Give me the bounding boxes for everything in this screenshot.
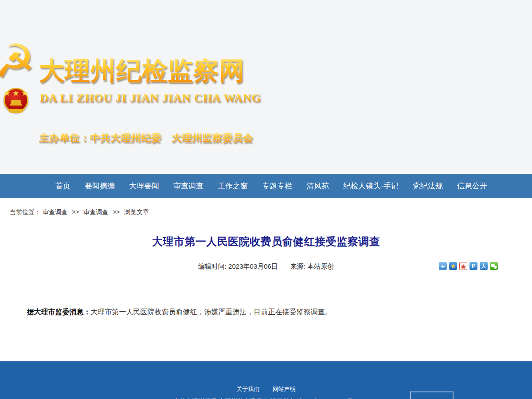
sina-weibo-share-icon[interactable]: ◉ bbox=[459, 262, 467, 270]
nav-item-party-rules[interactable]: 党纪法规 bbox=[413, 174, 443, 198]
party-emblem-icon: ☭ bbox=[0, 38, 35, 84]
pengyou-share-icon[interactable]: P bbox=[469, 262, 477, 270]
breadcrumb-link-level2[interactable]: 审查调查 bbox=[83, 208, 108, 215]
nav-item-lens-notes[interactable]: 纪检人镜头·手记 bbox=[343, 174, 399, 198]
renren-share-icon[interactable]: 人 bbox=[480, 262, 488, 270]
article-title: 大理市第一人民医院收费员俞健红接受监察调查 bbox=[0, 235, 532, 249]
page: ☭ ★ ★ ★ 大理州纪检监察网 DA LI ZHOU JI JIAN JIAN… bbox=[0, 0, 532, 399]
footer-link-about[interactable]: 关于我们 bbox=[236, 386, 259, 392]
site-footer: 关于我们 网站声明 中共大理州纪委 大理州监察委员会 版权所有 滇ICP备060… bbox=[0, 361, 532, 399]
breadcrumb-separator: >> bbox=[72, 208, 79, 215]
share-more-icon[interactable]: + bbox=[439, 262, 447, 270]
main-nav: 首页 要闻摘编 大理要闻 审查调查 工作之窗 专题专栏 清风苑 纪检人镜头·手记… bbox=[0, 174, 532, 198]
breadcrumb-current: 浏览文章 bbox=[124, 208, 149, 215]
site-title[interactable]: 大理州纪检监察网 bbox=[39, 54, 245, 88]
footer-links: 关于我们 网站声明 bbox=[0, 361, 532, 393]
breadcrumb: 当前位置： 审查调查 >> 审查调查 >> 浏览文章 bbox=[0, 198, 532, 216]
article-edit-time: 编辑时间: 2023年03月06日 bbox=[198, 262, 278, 270]
nav-item-investigation[interactable]: 审查调查 bbox=[173, 174, 203, 198]
site-subtitle-pinyin: DA LI ZHOU JI JIAN JIAN CHA WANG bbox=[40, 91, 261, 105]
article-source: 来源: 本站原创 bbox=[290, 262, 334, 270]
wechat-share-icon[interactable] bbox=[490, 262, 498, 270]
nav-item-info-disclosure[interactable]: 信息公开 bbox=[457, 174, 487, 198]
breadcrumb-separator: >> bbox=[113, 208, 120, 215]
footer-record-badge[interactable] bbox=[410, 391, 454, 399]
national-emblem-ribbon bbox=[8, 109, 24, 113]
footer-link-statement[interactable]: 网站声明 bbox=[273, 386, 296, 392]
breadcrumb-label: 当前位置： bbox=[10, 208, 41, 215]
main-content: 当前位置： 审查调查 >> 审查调查 >> 浏览文章 大理市第一人民医院收费员俞… bbox=[0, 198, 532, 361]
national-emblem-icon: ★ ★ ★ bbox=[4, 88, 28, 116]
article-meta-row: 编辑时间: 2023年03月06日来源: 本站原创 + ★ ◉ P 人 bbox=[0, 262, 532, 271]
site-header: ☭ ★ ★ ★ 大理州纪检监察网 DA LI ZHOU JI JIAN JIAN… bbox=[0, 0, 532, 174]
site-sponsor-line: 主办单位：中共大理州纪委 大理州监察委员会 bbox=[39, 131, 253, 145]
national-emblem-stars: ★ ★ ★ bbox=[4, 90, 28, 97]
national-emblem-gate bbox=[10, 100, 22, 106]
main-nav-list: 首页 要闻摘编 大理要闻 审查调查 工作之窗 专题专栏 清风苑 纪检人镜头·手记… bbox=[0, 174, 532, 198]
breadcrumb-link-level1[interactable]: 审查调查 bbox=[43, 208, 67, 215]
article-body: 据大理市监委消息：大理市第一人民医院收费员俞健红，涉嫌严重违法，目前正在接受监察… bbox=[10, 306, 522, 318]
qzone-share-icon[interactable]: ★ bbox=[449, 262, 457, 270]
article-body-text: 大理市第一人民医院收费员俞健红，涉嫌严重违法，目前正在接受监察调查。 bbox=[90, 308, 332, 316]
article-body-lead: 据大理市监委消息： bbox=[27, 308, 90, 316]
nav-item-news-digest[interactable]: 要闻摘编 bbox=[85, 174, 115, 198]
nav-item-special-topics[interactable]: 专题专栏 bbox=[262, 174, 292, 198]
share-buttons: + ★ ◉ P 人 bbox=[439, 262, 498, 270]
nav-item-dali-news[interactable]: 大理要闻 bbox=[129, 174, 159, 198]
nav-item-qingfengyuan[interactable]: 清风苑 bbox=[306, 174, 329, 198]
nav-item-work-window[interactable]: 工作之窗 bbox=[218, 174, 248, 198]
nav-item-home[interactable]: 首页 bbox=[55, 174, 70, 198]
